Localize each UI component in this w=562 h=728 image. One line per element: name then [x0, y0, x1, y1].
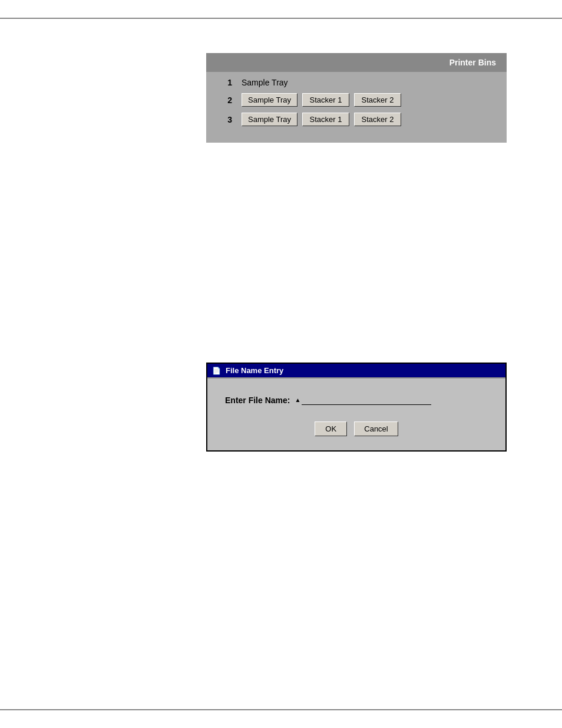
- bin-1-text: Sample Tray: [242, 78, 288, 87]
- bin-3-stacker1-button[interactable]: Stacker 1: [302, 113, 349, 126]
- bin-2-stacker2-button[interactable]: Stacker 2: [354, 93, 401, 107]
- dialog-icon: 📄: [212, 367, 221, 375]
- dialog-title: File Name Entry: [226, 366, 283, 375]
- bin-2-stacker1-button[interactable]: Stacker 1: [302, 93, 349, 107]
- dialog-field-row: Enter File Name: ▲: [225, 395, 488, 405]
- top-rule: [0, 18, 562, 19]
- dialog-field-label: Enter File Name:: [225, 396, 290, 405]
- dialog-body: Enter File Name: ▲ OK Cancel: [207, 378, 505, 450]
- bin-number-1: 1: [214, 78, 232, 87]
- dialog-input-wrapper: ▲: [295, 395, 488, 405]
- bin-row-1: 1 Sample Tray: [214, 78, 498, 87]
- bin-number-3: 3: [214, 115, 232, 124]
- file-name-entry-dialog: 📄 File Name Entry Enter File Name: ▲ OK …: [206, 363, 507, 452]
- bin-row-2: 2 Sample Tray Stacker 1 Stacker 2: [214, 93, 498, 107]
- printer-bins-panel: Printer Bins 1 Sample Tray 2 Sample Tray…: [206, 53, 507, 143]
- bin-3-stacker2-button[interactable]: Stacker 2: [354, 113, 401, 126]
- bin-2-sample-tray-button[interactable]: Sample Tray: [242, 93, 297, 107]
- bottom-rule: [0, 709, 562, 710]
- dialog-buttons: OK Cancel: [225, 421, 488, 436]
- cursor-indicator: ▲: [295, 397, 300, 403]
- bin-content-2: Sample Tray Stacker 1 Stacker 2: [242, 93, 401, 107]
- cancel-button[interactable]: Cancel: [354, 421, 398, 436]
- ok-button[interactable]: OK: [315, 421, 347, 436]
- bin-content-3: Sample Tray Stacker 1 Stacker 2: [242, 113, 401, 126]
- bins-body: 1 Sample Tray 2 Sample Tray Stacker 1 St…: [206, 72, 507, 143]
- dialog-titlebar: 📄 File Name Entry: [207, 364, 505, 377]
- file-name-input[interactable]: [302, 395, 431, 405]
- printer-bins-header: Printer Bins: [206, 53, 507, 72]
- bin-3-sample-tray-button[interactable]: Sample Tray: [242, 113, 297, 126]
- bin-row-3: 3 Sample Tray Stacker 1 Stacker 2: [214, 113, 498, 126]
- bin-content-1: Sample Tray: [242, 78, 288, 87]
- bin-number-2: 2: [214, 95, 232, 105]
